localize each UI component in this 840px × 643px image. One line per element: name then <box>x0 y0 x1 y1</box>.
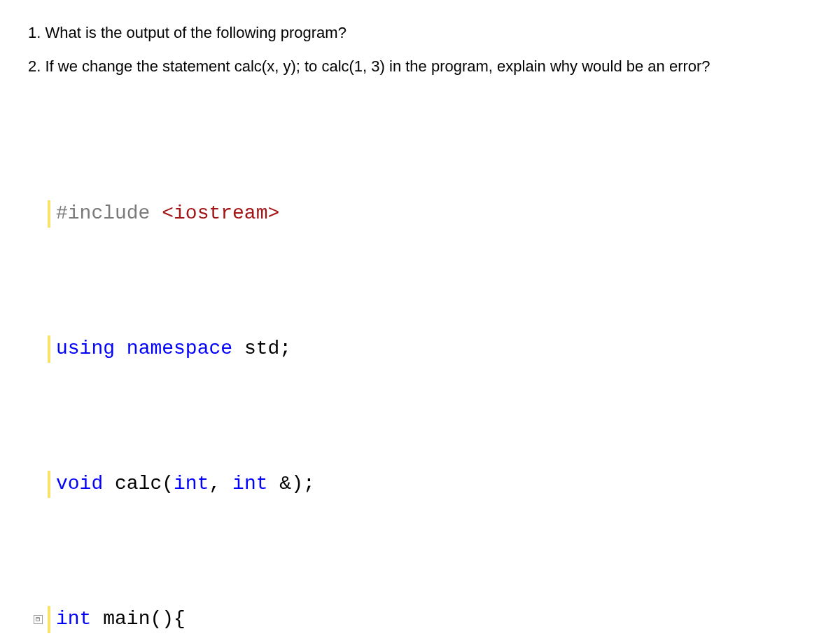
tok-include-lib: <iostream> <box>162 202 279 224</box>
tok-int: int <box>232 473 267 495</box>
code-line: void calc(int, int &); <box>28 471 812 498</box>
change-bar <box>48 336 50 363</box>
tok-lparen: ( <box>150 608 162 630</box>
gutter <box>28 200 48 228</box>
tok-namespace: namespace <box>127 338 232 359</box>
question-2: 2. If we change the statement calc(x, y)… <box>28 56 812 77</box>
change-bar <box>48 200 50 228</box>
tok-int: int <box>56 608 91 630</box>
tok-semi: ; <box>279 338 291 359</box>
code-line: #include <iostream> <box>28 200 812 228</box>
tok-rparen: ) <box>291 473 303 495</box>
change-bar <box>48 471 50 498</box>
tok-obrace: { <box>174 608 186 630</box>
code-line: using namespace std; <box>28 336 812 363</box>
code-line: ⊟ int main(){ <box>28 606 812 633</box>
tok-rparen: ) <box>162 608 174 630</box>
tok-calc: calc <box>115 473 162 495</box>
gutter <box>28 471 48 498</box>
tok-std: std <box>244 338 279 359</box>
tok-amp: & <box>279 473 291 495</box>
question-1: 1. What is the output of the following p… <box>28 22 812 43</box>
tok-include: #include <box>56 202 150 224</box>
tok-semi: ; <box>303 473 315 495</box>
tok-comma: , <box>209 473 220 495</box>
gutter <box>28 336 48 363</box>
tok-main: main <box>103 608 150 630</box>
code-block: #include <iostream> using namespace std;… <box>28 92 812 643</box>
tok-int: int <box>174 473 209 495</box>
tok-void: void <box>56 473 103 495</box>
fold-minus-icon: ⊟ <box>34 615 43 624</box>
tok-lparen: ( <box>162 473 174 495</box>
fold-icon[interactable]: ⊟ <box>28 606 48 633</box>
tok-using: using <box>56 338 115 359</box>
change-bar <box>48 606 50 633</box>
